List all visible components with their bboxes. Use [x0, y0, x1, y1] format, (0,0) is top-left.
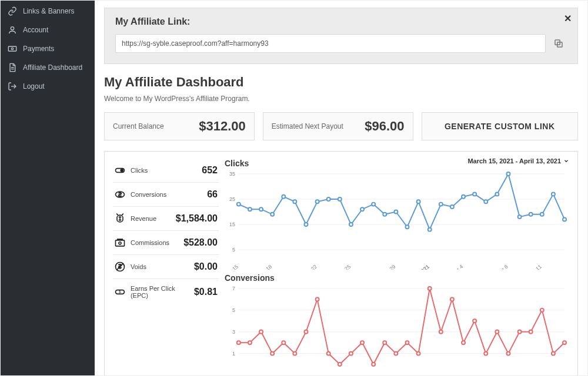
sidebar-item-label: Affiliate Dashboard: [23, 63, 82, 72]
charts-column: March 15, 2021 - April 13, 2021 Clicks51…: [225, 159, 569, 375]
stat-row-revenue: Revenue $1,584.00: [113, 206, 219, 230]
svg-text:35: 35: [229, 171, 235, 177]
payout-value: $96.00: [365, 119, 404, 134]
svg-point-26: [293, 200, 296, 203]
svg-point-89: [473, 319, 476, 323]
stat-label: Voids: [131, 263, 146, 270]
sidebar-item-logout[interactable]: Logout: [1, 77, 95, 96]
svg-text:1: 1: [232, 350, 235, 356]
generate-custom-link-button[interactable]: GENERATE CUSTOM LINK: [422, 112, 579, 140]
stat-value: $528.00: [183, 237, 218, 248]
chart-title: Conversions: [225, 273, 569, 283]
link-icon: [8, 6, 17, 16]
svg-text:15: 15: [229, 221, 235, 227]
stat-row-conversions: Conversions 66: [113, 182, 219, 206]
sidebar-item-account[interactable]: Account: [1, 21, 95, 39]
svg-point-90: [484, 351, 487, 355]
svg-text:Apr 11: Apr 11: [527, 264, 543, 270]
svg-point-72: [282, 341, 285, 344]
chevron-down-icon: [563, 158, 569, 164]
stat-label: Conversions: [131, 191, 166, 198]
svg-point-82: [394, 351, 397, 355]
svg-point-47: [529, 213, 533, 216]
stat-value: 66: [207, 189, 218, 200]
svg-point-93: [518, 330, 522, 334]
svg-point-48: [540, 213, 544, 216]
chart-conversions: 1357Mar 15Mar 18Mar 22Mar 25Mar 29Apr 20…: [225, 285, 569, 375]
stat-value: 652: [202, 165, 218, 176]
svg-text:Mar 15: Mar 15: [225, 264, 239, 270]
svg-text:25: 25: [229, 196, 235, 202]
svg-point-91: [495, 330, 499, 334]
svg-point-31: [349, 223, 353, 226]
stat-value: $0.00: [194, 261, 218, 272]
sidebar: Links & Banners Account Payments Affilia…: [1, 1, 95, 375]
affiliate-link-card: ✕ My Affiliate Link:: [104, 8, 578, 64]
svg-text:$: $: [119, 290, 121, 294]
svg-text:3: 3: [232, 329, 235, 335]
stat-value: $0.81: [194, 287, 218, 297]
svg-point-30: [338, 197, 342, 201]
svg-point-25: [282, 195, 285, 199]
svg-point-38: [428, 228, 432, 231]
svg-point-71: [270, 351, 274, 355]
sidebar-item-label: Logout: [23, 82, 45, 90]
svg-point-33: [372, 203, 375, 206]
sidebar-item-affiliate-dashboard[interactable]: Affiliate Dashboard: [1, 58, 95, 77]
svg-point-2: [11, 48, 13, 49]
svg-point-41: [462, 195, 465, 199]
svg-text:Mar 22: Mar 22: [302, 264, 318, 270]
svg-point-37: [417, 200, 420, 203]
svg-point-81: [383, 341, 386, 344]
svg-text:5: 5: [232, 247, 235, 253]
copy-icon[interactable]: [550, 35, 567, 52]
logout-icon: [8, 82, 17, 91]
svg-point-43: [484, 200, 487, 203]
balance-label: Current Balance: [113, 122, 164, 130]
svg-rect-8: [116, 240, 125, 246]
svg-point-94: [529, 330, 533, 334]
svg-point-69: [248, 341, 252, 344]
welcome-text: Welcome to My WordPress's Affiliate Prog…: [104, 95, 578, 103]
balance-value: $312.00: [199, 119, 246, 134]
sidebar-item-label: Payments: [23, 45, 54, 53]
svg-point-97: [563, 341, 566, 344]
svg-point-23: [259, 207, 263, 211]
svg-point-96: [552, 351, 555, 355]
stat-row-clicks: Clicks 652: [113, 159, 219, 182]
tile-current-balance: Current Balance $312.00: [104, 112, 255, 140]
svg-point-44: [495, 192, 499, 196]
svg-point-9: [119, 242, 121, 244]
cash-icon: [8, 44, 17, 53]
svg-point-73: [293, 351, 296, 355]
svg-text:7: 7: [232, 286, 235, 291]
svg-text:5: 5: [232, 307, 235, 313]
svg-point-78: [349, 351, 353, 355]
close-icon[interactable]: ✕: [564, 13, 572, 24]
svg-point-86: [439, 330, 443, 334]
svg-point-77: [338, 362, 342, 366]
svg-point-95: [540, 308, 544, 312]
svg-text:Mar 25: Mar 25: [336, 264, 352, 270]
affiliate-link-input[interactable]: [115, 34, 546, 53]
svg-point-45: [507, 172, 510, 176]
page-title: My Affiliate Dashboard: [104, 75, 578, 90]
sidebar-item-payments[interactable]: Payments: [1, 39, 95, 58]
commissions-icon: [114, 237, 126, 249]
svg-point-21: [237, 203, 240, 206]
date-range-picker[interactable]: March 15, 2021 - April 13, 2021: [467, 157, 569, 164]
date-range-label: March 15, 2021 - April 13, 2021: [467, 157, 561, 164]
sidebar-item-links-banners[interactable]: Links & Banners: [1, 2, 95, 21]
svg-point-70: [259, 330, 263, 334]
svg-point-74: [305, 330, 308, 334]
chart-block: Conversions1357Mar 15Mar 18Mar 22Mar 25M…: [225, 273, 569, 375]
svg-point-85: [428, 287, 432, 290]
stat-row-voids: Voids $0.00: [113, 254, 219, 278]
stat-label: Earns Per Click (EPC): [131, 285, 194, 299]
svg-text:Mar 18: Mar 18: [257, 264, 273, 270]
svg-point-83: [406, 341, 409, 344]
svg-text:Apr 4: Apr 4: [451, 264, 465, 270]
svg-point-24: [270, 213, 274, 216]
svg-point-6: [121, 169, 123, 172]
conversions-icon: [114, 189, 126, 200]
